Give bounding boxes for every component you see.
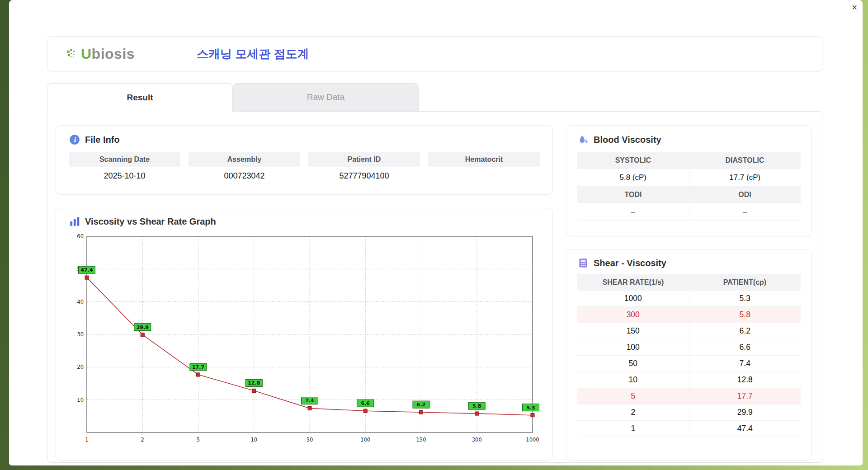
table-row: 3005.8	[577, 307, 801, 323]
table-row: 1006.6	[577, 339, 801, 356]
tab-raw-data-label: Raw Data	[307, 92, 344, 102]
shear-rate-value: 10	[577, 372, 689, 388]
todi-header: TODI	[577, 186, 689, 203]
table-row: 5.8 (cP) 17.7 (cP)	[577, 169, 801, 186]
patient-viscosity-value: 17.7	[689, 388, 801, 404]
table-row: 147.4	[577, 421, 801, 437]
file-info-header: i File Info	[69, 134, 540, 146]
shear-rate-value: 50	[577, 356, 689, 371]
table-row: SYSTOLIC DIASTOLIC	[577, 152, 801, 169]
tab-result-label: Result	[127, 93, 153, 103]
svg-text:2: 2	[141, 437, 144, 443]
blood-viscosity-title: Blood Viscosity	[594, 135, 661, 145]
table-row: 1506.2	[577, 323, 801, 339]
shear-rate-value: 150	[577, 323, 689, 339]
ubiosis-logo: Ubiosis	[66, 46, 170, 62]
table-row: 1012.8	[577, 372, 801, 388]
odi-value: –	[689, 203, 801, 221]
patient-viscosity-value: 6.6	[689, 339, 801, 355]
svg-text:30: 30	[77, 331, 84, 338]
svg-text:7.4: 7.4	[305, 398, 314, 404]
bar-chart-icon	[69, 216, 80, 227]
systolic-header: SYSTOLIC	[577, 152, 689, 169]
file-info-fields: Scanning Date 2025-10-10 Assembly 000723…	[69, 152, 540, 185]
logo-text: Ubiosis	[81, 46, 135, 62]
shear-viscosity-title: Shear - Viscosity	[594, 258, 666, 268]
graph-header: Viscosity vs Shear Rate Graph	[69, 216, 540, 227]
graph-title: Viscosity vs Shear Rate Graph	[85, 216, 216, 227]
table-row: 10005.3	[577, 291, 801, 307]
field-hematocrit: Hematocrit	[428, 152, 540, 185]
patient-viscosity-value: 5.3	[689, 291, 801, 306]
svg-text:47.4: 47.4	[80, 267, 93, 273]
shear-rate-value: 1	[577, 421, 689, 437]
file-info-title: File Info	[85, 135, 120, 145]
field-label: Hematocrit	[428, 152, 540, 167]
odi-header: ODI	[689, 186, 801, 203]
blood-drop-icon	[577, 134, 589, 146]
svg-text:5: 5	[197, 437, 200, 443]
svg-text:17.7: 17.7	[192, 364, 204, 370]
shear-rate-value: 100	[577, 339, 689, 355]
svg-text:50: 50	[307, 437, 313, 443]
calculator-icon	[577, 257, 589, 269]
field-label: Scanning Date	[69, 152, 180, 167]
blood-viscosity-card: Blood Viscosity SYSTOLIC DIASTOLIC 5.8 (…	[566, 125, 812, 236]
table-row: TODI ODI	[577, 186, 801, 203]
shear-viscosity-header: Shear - Viscosity	[577, 257, 801, 269]
table-row: – –	[577, 203, 801, 221]
result-panel: i File Info Scanning Date 2025-10-10 Ass…	[47, 111, 823, 463]
svg-text:1000: 1000	[526, 437, 539, 443]
field-value	[428, 167, 540, 185]
tab-bar: Result Raw Data	[47, 83, 419, 111]
svg-text:12.8: 12.8	[248, 380, 260, 386]
shear-rate-value: 5	[577, 388, 689, 404]
shear-rate-value: 2	[577, 404, 689, 420]
patient-viscosity-value: 12.8	[689, 372, 801, 388]
shear-rate-value: 1000	[577, 291, 689, 306]
svg-text:300: 300	[472, 437, 482, 443]
patient-viscosity-value: 7.4	[689, 356, 801, 371]
desktop-background: × Ubiosis 스캐닝 모세관 점도계	[0, 0, 868, 470]
field-value: 52777904100	[308, 167, 420, 185]
patient-viscosity-value: 47.4	[689, 421, 801, 437]
todi-value: –	[577, 203, 689, 221]
tab-result[interactable]: Result	[47, 83, 233, 112]
diastolic-value: 17.7 (cP)	[689, 169, 801, 186]
svg-text:5.8: 5.8	[472, 403, 481, 409]
tab-raw-data[interactable]: Raw Data	[233, 83, 419, 111]
table-row: 229.9	[577, 404, 801, 421]
logo-leaf-icon	[66, 48, 77, 60]
svg-text:100: 100	[360, 437, 370, 443]
field-value: 000723042	[189, 167, 300, 185]
shear-viscosity-rows: 10005.33005.81506.21006.6507.41012.8517.…	[577, 291, 801, 437]
header-card: Ubiosis 스캐닝 모세관 점도계	[47, 36, 823, 71]
page-title: 스캐닝 모세관 점도계	[197, 46, 309, 62]
field-patient-id: Patient ID 52777904100	[308, 152, 420, 185]
svg-text:150: 150	[416, 437, 426, 443]
blood-viscosity-header: Blood Viscosity	[577, 134, 801, 146]
table-row: 517.7	[577, 388, 801, 404]
shear-viscosity-card: Shear - Viscosity SHEAR RATE(1/s) PATIEN…	[566, 249, 812, 461]
patient-viscosity-value: 6.2	[689, 323, 801, 339]
close-icon[interactable]: ×	[850, 1, 859, 14]
field-value: 2025-10-10	[69, 167, 180, 185]
shear-rate-column-header: SHEAR RATE(1/s)	[577, 274, 689, 291]
field-assembly: Assembly 000723042	[189, 152, 300, 185]
svg-text:10: 10	[250, 437, 257, 443]
field-label: Patient ID	[308, 152, 420, 167]
blood-viscosity-table: SYSTOLIC DIASTOLIC 5.8 (cP) 17.7 (cP) TO…	[577, 152, 801, 221]
info-icon: i	[69, 134, 80, 146]
viscosity-chart: 1251050100150300100010203040506047.429.9…	[69, 231, 541, 448]
patient-viscosity-value: 29.9	[689, 404, 801, 420]
svg-text:1: 1	[85, 437, 88, 443]
field-scanning-date: Scanning Date 2025-10-10	[69, 152, 180, 185]
systolic-value: 5.8 (cP)	[577, 169, 689, 186]
svg-text:20: 20	[77, 364, 84, 370]
svg-text:10: 10	[77, 397, 84, 403]
file-info-card: i File Info Scanning Date 2025-10-10 Ass…	[56, 125, 553, 195]
shear-viscosity-column-headers: SHEAR RATE(1/s) PATIENT(cp)	[577, 274, 801, 291]
field-label: Assembly	[189, 152, 300, 167]
shear-rate-value: 300	[577, 307, 689, 323]
svg-text:29.9: 29.9	[137, 324, 149, 330]
